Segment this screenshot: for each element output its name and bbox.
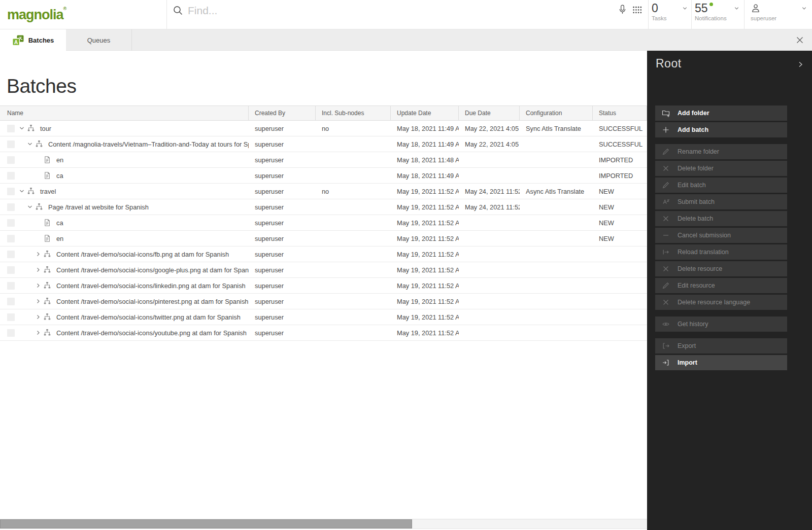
column-header[interactable]: Update Date	[391, 106, 459, 120]
global-search	[173, 0, 553, 29]
table-row[interactable]: Content /travel-demo/social-icons/google…	[0, 262, 647, 278]
action-delete-batch[interactable]: Delete batch	[655, 211, 787, 226]
tasks-dropdown[interactable]: 0 Tasks	[648, 0, 691, 29]
created-by-cell: superuser	[249, 215, 316, 230]
table-row[interactable]: Content /travel-demo/social-icons/twitte…	[0, 309, 647, 325]
row-checkbox[interactable]	[7, 235, 15, 242]
created-by-cell: superuser	[249, 278, 316, 293]
pencil-icon	[662, 281, 670, 290]
table-row[interactable]: Content /travel-demo/social-icons/linked…	[0, 278, 647, 294]
configuration-cell: Sync Atls Translate	[520, 121, 593, 136]
action-rename-folder[interactable]: Rename folder	[655, 144, 787, 159]
action-edit-resource[interactable]: Edit resource	[655, 278, 787, 293]
chevron-right-icon[interactable]	[797, 61, 804, 68]
column-header[interactable]: Name	[0, 106, 249, 120]
table-row[interactable]: Content /travel-demo/social-icons/pinter…	[0, 294, 647, 309]
row-checkbox[interactable]	[7, 125, 15, 132]
action-add-batch[interactable]: Add batch	[655, 122, 787, 137]
row-checkbox[interactable]	[7, 140, 15, 148]
column-header[interactable]: Created By	[249, 106, 316, 120]
row-checkbox[interactable]	[7, 156, 15, 164]
table-row[interactable]: ensuperuserMay 18, 2021 11:48 AMIMPORTED	[0, 152, 647, 168]
column-header[interactable]: Incl. Sub-nodes	[316, 106, 391, 120]
sitemap-icon	[35, 140, 44, 149]
user-dropdown[interactable]: superuser	[744, 0, 812, 29]
action-delete-resource[interactable]: Delete resource	[655, 261, 787, 276]
notifications-dropdown[interactable]: 55 Notifications	[691, 0, 743, 29]
row-checkbox[interactable]	[7, 188, 15, 195]
close-icon[interactable]	[796, 36, 804, 44]
column-header[interactable]: Status	[593, 106, 647, 120]
horizontal-scrollbar-track[interactable]	[0, 519, 647, 529]
action-delete-resource-language[interactable]: Delete resource language	[655, 295, 787, 310]
tree-indent	[15, 317, 31, 317]
table-row[interactable]: ensuperuserMay 19, 2021 11:52 AMNEW	[0, 231, 647, 246]
chevron-right-icon[interactable]	[34, 250, 42, 258]
chevron-down-icon[interactable]	[18, 187, 26, 195]
action-edit-batch[interactable]: Edit batch	[655, 178, 787, 193]
row-checkbox[interactable]	[7, 313, 15, 321]
row-checkbox[interactable]	[7, 251, 15, 258]
tab-queues[interactable]: Queues	[66, 29, 132, 51]
chevron-down-icon	[801, 6, 807, 11]
incl-sub-nodes-cell	[316, 309, 391, 325]
user-label: superuser	[751, 15, 776, 21]
table-row[interactable]: Content /magnolia-travels/Vietnam–Tradit…	[0, 136, 647, 152]
name-cell: Content /travel-demo/social-icons/fb.png…	[0, 246, 249, 262]
update-date-cell: May 18, 2021 11:49 AM	[391, 168, 459, 183]
chevron-right-icon[interactable]	[34, 281, 42, 290]
action-add-folder[interactable]: Add folder	[655, 105, 787, 121]
table-row[interactable]: casuperuserMay 18, 2021 11:49 AMIMPORTED	[0, 168, 647, 184]
row-checkbox[interactable]	[7, 329, 15, 337]
update-date-cell: May 18, 2021 11:49 AM	[391, 121, 459, 136]
tab-batches[interactable]: A Batches	[0, 29, 66, 51]
table-row[interactable]: Content /travel-demo/social-icons/fb.png…	[0, 246, 647, 262]
chevron-right-icon[interactable]	[34, 297, 42, 305]
chevron-down-icon[interactable]	[26, 140, 34, 148]
apps-grid-icon[interactable]	[632, 6, 642, 14]
table-row[interactable]: travelsuperusernoMay 19, 2021 11:52 AMMa…	[0, 184, 647, 199]
row-checkbox[interactable]	[7, 282, 15, 290]
horizontal-scrollbar-thumb[interactable]	[0, 519, 412, 528]
column-header[interactable]: Configuration	[520, 106, 593, 120]
action-cancel-submission[interactable]: Cancel submission	[655, 228, 787, 243]
table-row[interactable]: Page /travel at website for Spanishsuper…	[0, 199, 647, 215]
configuration-cell	[520, 309, 593, 325]
row-checkbox[interactable]	[7, 172, 15, 180]
update-date-cell: May 18, 2021 11:49 AM	[391, 136, 459, 152]
microphone-icon[interactable]	[618, 5, 627, 15]
chevron-down-icon[interactable]	[18, 124, 26, 132]
name-cell: en	[0, 152, 249, 167]
action-submit-batch[interactable]: Submit batch	[655, 194, 787, 209]
row-name-label: Content /travel-demo/social-icons/twitte…	[56, 313, 241, 321]
chevron-right-icon[interactable]	[34, 266, 42, 274]
search-input[interactable]	[188, 5, 553, 17]
action-panel-header[interactable]: Root	[656, 57, 804, 70]
column-header[interactable]: Due Date	[459, 106, 520, 120]
row-checkbox[interactable]	[7, 203, 15, 211]
incl-sub-nodes-cell	[316, 168, 391, 183]
action-export[interactable]: Export	[655, 338, 787, 354]
table-row[interactable]: toursuperusernoMay 18, 2021 11:49 AMMay …	[0, 121, 647, 136]
action-delete-folder[interactable]: Delete folder	[655, 161, 787, 176]
action-label: Add batch	[678, 126, 708, 133]
row-checkbox[interactable]	[7, 266, 15, 274]
action-reload-translation[interactable]: Reload translation	[655, 244, 787, 260]
status-cell: SUCCESSFUL	[593, 121, 647, 136]
action-import[interactable]: Import	[655, 355, 787, 370]
table-row[interactable]: casuperuserMay 19, 2021 11:52 AMNEW	[0, 215, 647, 231]
row-checkbox[interactable]	[7, 219, 15, 227]
chevron-right-icon[interactable]	[34, 313, 42, 321]
row-checkbox[interactable]	[7, 298, 15, 305]
status-cell	[593, 325, 647, 340]
action-get-history[interactable]: Get history	[655, 316, 787, 332]
tree-indent	[15, 286, 31, 286]
created-by-cell: superuser	[249, 309, 316, 325]
row-name-label: ca	[56, 172, 63, 180]
chevron-right-icon[interactable]	[34, 329, 42, 337]
due-date-cell	[459, 168, 520, 183]
update-date-cell: May 19, 2021 11:52 AM	[391, 246, 459, 262]
table-row[interactable]: Content /travel-demo/social-icons/youtub…	[0, 325, 647, 341]
chevron-down-icon	[734, 6, 739, 11]
chevron-down-icon[interactable]	[26, 203, 34, 211]
